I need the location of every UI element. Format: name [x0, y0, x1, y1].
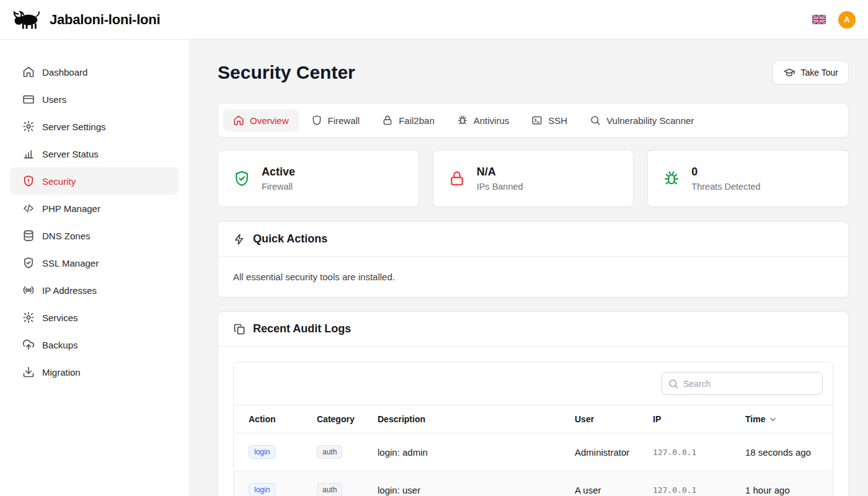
quick-actions-message: All essential security tools are install… — [233, 272, 833, 282]
sidebar-item-label: Migration — [42, 367, 81, 378]
tab-label: Antivirus — [474, 115, 510, 126]
quick-actions-card: Quick Actions All essential security too… — [218, 221, 849, 298]
tab-fail2ban[interactable]: Fail2ban — [372, 109, 445, 131]
sidebar-item-label: Dashboard — [42, 67, 87, 78]
column-header-ip[interactable]: IP — [653, 405, 745, 433]
column-header-action[interactable]: Action — [234, 405, 317, 433]
sidebar-item-security[interactable]: Security — [10, 167, 179, 195]
sidebar-item-label: Users — [42, 94, 66, 105]
home-icon — [22, 66, 35, 78]
sidebar-item-label: IP Addresses — [42, 285, 97, 296]
take-tour-button[interactable]: Take Tour — [773, 61, 849, 84]
tab-label: Fail2ban — [399, 115, 435, 126]
stat-value: Active — [262, 166, 295, 179]
sidebar: Dashboard Users Server Settings Server S… — [0, 40, 188, 496]
tab-label: SSH — [548, 115, 567, 126]
sidebar-item-backups[interactable]: Backups — [10, 331, 179, 358]
sidebar-item-server-status[interactable]: Server Status — [10, 140, 179, 167]
bug-icon — [457, 115, 468, 126]
take-tour-label: Take Tour — [801, 68, 838, 78]
ip-cell: 127.0.0.1 — [653, 433, 745, 471]
audit-logs-title: Recent Audit Logs — [253, 322, 351, 335]
search-input[interactable] — [662, 372, 823, 395]
stats-row: Active Firewall N/A IPs Banned 0 Threats… — [218, 150, 849, 207]
sidebar-item-label: Server Status — [42, 149, 99, 159]
sidebar-item-label: Security — [42, 176, 76, 187]
stat-card-firewall: Active Firewall — [218, 150, 419, 207]
shield-check-icon — [22, 257, 35, 269]
sidebar-item-users[interactable]: Users — [10, 86, 179, 113]
user-cell: Administrator — [575, 433, 653, 471]
copy-icon — [233, 323, 246, 335]
column-header-time[interactable]: Time — [745, 405, 833, 433]
radio-icon — [22, 284, 35, 296]
stat-card-threats: 0 Threats Detected — [647, 150, 849, 207]
column-header-category[interactable]: Category — [317, 405, 378, 433]
tab-vulnerability-scanner[interactable]: Vulnerability Scanner — [580, 109, 704, 131]
wallet-icon — [22, 93, 35, 105]
column-header-description[interactable]: Description — [378, 405, 575, 433]
brand-name: Jabaloni-loni-loni — [50, 12, 161, 28]
table-row[interactable]: login auth login: user A user 127.0.0.1 … — [234, 471, 833, 496]
category-badge: auth — [317, 483, 342, 496]
tab-label: Overview — [250, 115, 289, 126]
action-badge: login — [249, 445, 275, 459]
download-icon — [22, 366, 35, 378]
home-icon — [233, 115, 244, 126]
tab-ssh[interactable]: SSH — [521, 109, 577, 131]
security-tab-bar: Overview Firewall Fail2ban Antivirus SSH… — [218, 103, 849, 138]
sidebar-item-label: Backups — [42, 340, 78, 350]
time-cell: 1 hour ago — [745, 471, 833, 496]
sidebar-item-label: DNS Zones — [42, 231, 91, 241]
time-cell: 18 seconds ago — [745, 433, 833, 471]
table-row[interactable]: login auth login: admin Administrator 12… — [234, 433, 833, 471]
brand[interactable]: Jabaloni-loni-loni — [12, 10, 161, 30]
sidebar-item-migration[interactable]: Migration — [10, 358, 179, 386]
description-cell: login: admin — [378, 433, 575, 471]
top-bar: Jabaloni-loni-loni A — [0, 0, 868, 40]
table-header-row: Action Category Description User IP Time — [234, 405, 833, 433]
zap-icon — [233, 233, 246, 246]
sidebar-item-server-settings[interactable]: Server Settings — [10, 113, 179, 140]
sidebar-item-php-manager[interactable]: PHP Manager — [10, 195, 179, 222]
chevron-down-icon — [768, 415, 777, 424]
sidebar-item-dns-zones[interactable]: DNS Zones — [10, 222, 179, 249]
search-icon — [668, 378, 679, 389]
tab-firewall[interactable]: Firewall — [301, 109, 370, 131]
sidebar-item-services[interactable]: Services — [10, 304, 179, 331]
bar-chart-icon — [22, 148, 35, 160]
user-cell: A user — [575, 471, 653, 496]
shield-check-icon — [233, 170, 250, 187]
bug-icon — [663, 170, 680, 187]
language-flag-icon[interactable] — [812, 15, 826, 24]
audit-logs-card: Recent Audit Logs — [218, 311, 849, 496]
column-header-time-label: Time — [745, 414, 765, 424]
quick-actions-title: Quick Actions — [253, 232, 327, 246]
stat-value: 0 — [691, 166, 760, 179]
stat-value: N/A — [477, 166, 523, 179]
sidebar-item-ip-addresses[interactable]: IP Addresses — [10, 277, 179, 304]
avatar[interactable]: A — [838, 11, 856, 29]
stat-label: Firewall — [262, 182, 295, 192]
search-icon — [590, 115, 601, 126]
lock-icon — [448, 170, 466, 187]
tab-antivirus[interactable]: Antivirus — [447, 109, 520, 131]
stat-card-ips-banned: N/A IPs Banned — [433, 150, 634, 207]
sidebar-item-dashboard[interactable]: Dashboard — [10, 58, 179, 86]
sidebar-item-label: PHP Manager — [42, 203, 100, 214]
stat-label: Threats Detected — [691, 182, 760, 192]
page-title: Security Center — [218, 62, 355, 83]
sidebar-item-ssl-manager[interactable]: SSL Manager — [10, 249, 179, 277]
sidebar-item-label: SSL Manager — [42, 258, 99, 268]
shield-alert-icon — [22, 175, 35, 187]
audit-table: Action Category Description User IP Time — [234, 405, 833, 496]
gear-icon — [22, 120, 35, 133]
terminal-icon — [531, 115, 542, 126]
sidebar-item-label: Services — [42, 312, 78, 323]
tab-overview[interactable]: Overview — [223, 109, 299, 131]
column-header-user[interactable]: User — [575, 405, 653, 433]
graduation-cap-icon — [783, 66, 795, 79]
description-cell: login: user — [378, 471, 575, 496]
sidebar-item-label: Server Settings — [42, 122, 106, 132]
ip-cell: 127.0.0.1 — [653, 471, 745, 496]
